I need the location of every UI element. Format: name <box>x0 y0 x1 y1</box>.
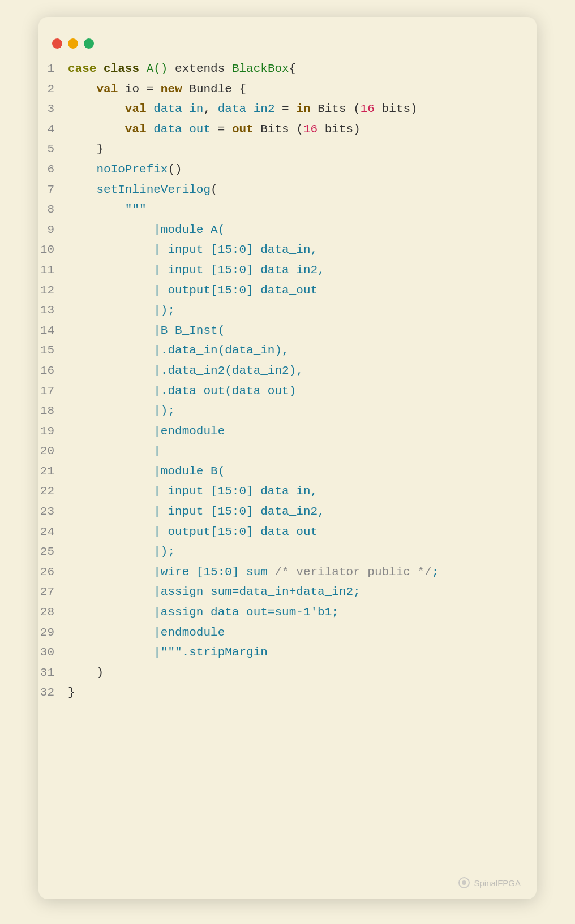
code-line: 19 |endmodule <box>38 421 537 442</box>
line-content: val data_out = out Bits (16 bits) <box>68 120 537 139</box>
line-number: 31 <box>38 663 68 683</box>
line-content: setInlineVerilog( <box>68 180 537 200</box>
code-line: 25 |); <box>38 542 537 562</box>
code-line: 29 |endmodule <box>38 623 537 643</box>
code-line: 18 |); <box>38 401 537 421</box>
line-content: |); <box>68 301 537 320</box>
line-content: |assign sum=data_in+data_in2; <box>68 582 537 602</box>
line-content: """ <box>68 200 537 219</box>
code-line: 28 |assign data_out=sum-1'b1; <box>38 602 537 623</box>
line-number: 13 <box>38 301 68 320</box>
code-line: 5 } <box>38 139 537 159</box>
line-number: 12 <box>38 281 68 300</box>
line-number: 6 <box>38 160 68 179</box>
line-number: 18 <box>38 401 68 421</box>
line-content: |wire [15:0] sum /* verilator public */; <box>68 563 537 582</box>
line-number: 7 <box>38 180 68 200</box>
line-content: | input [15:0] data_in2, <box>68 261 537 280</box>
line-content: | input [15:0] data_in2, <box>68 502 537 521</box>
code-line: 17 |.data_out(data_out) <box>38 381 537 401</box>
code-line: 12 | output[15:0] data_out <box>38 280 537 301</box>
line-content: | output[15:0] data_out <box>68 281 537 300</box>
code-line: 20 | <box>38 441 537 461</box>
line-content: noIoPrefix() <box>68 160 537 179</box>
line-number: 3 <box>38 100 68 119</box>
line-number: 19 <box>38 422 68 441</box>
code-line: 32} <box>38 683 537 703</box>
line-number: 22 <box>38 482 68 501</box>
line-number: 23 <box>38 502 68 521</box>
code-line: 9 |module A( <box>38 220 537 240</box>
line-number: 32 <box>38 683 68 702</box>
code-line: 31 ) <box>38 663 537 683</box>
code-line: 24 | output[15:0] data_out <box>38 522 537 542</box>
close-button[interactable] <box>52 38 62 49</box>
code-line: 15 |.data_in(data_in), <box>38 340 537 361</box>
watermark-text: SpinalFPGA <box>474 878 521 888</box>
line-content: |); <box>68 542 537 562</box>
code-window: 1case class A() extends BlackBox{2 val i… <box>38 17 537 899</box>
code-line: 1case class A() extends BlackBox{ <box>38 59 537 79</box>
line-number: 15 <box>38 341 68 360</box>
code-line: 16 |.data_in2(data_in2), <box>38 361 537 381</box>
code-line: 26 |wire [15:0] sum /* verilator public … <box>38 562 537 582</box>
watermark: SpinalFPGA <box>458 876 521 889</box>
code-line: 10 | input [15:0] data_in, <box>38 240 537 260</box>
code-line: 30 |""".stripMargin <box>38 642 537 663</box>
line-number: 29 <box>38 623 68 642</box>
line-number: 11 <box>38 261 68 280</box>
line-content: } <box>68 140 537 159</box>
code-line: 4 val data_out = out Bits (16 bits) <box>38 119 537 140</box>
line-number: 21 <box>38 462 68 481</box>
line-content: | <box>68 442 537 461</box>
code-line: 7 setInlineVerilog( <box>38 180 537 200</box>
line-content: | input [15:0] data_in, <box>68 482 537 501</box>
code-line: 3 val data_in, data_in2 = in Bits (16 bi… <box>38 99 537 119</box>
svg-point-1 <box>462 880 466 885</box>
spinal-fpga-icon <box>458 876 470 889</box>
code-line: 2 val io = new Bundle { <box>38 79 537 100</box>
title-bar <box>38 28 537 59</box>
line-number: 16 <box>38 361 68 381</box>
line-content: |endmodule <box>68 422 537 441</box>
code-area: 1case class A() extends BlackBox{2 val i… <box>38 59 537 703</box>
code-line: 23 | input [15:0] data_in2, <box>38 502 537 522</box>
line-content: |.data_in(data_in), <box>68 341 537 360</box>
line-number: 2 <box>38 80 68 99</box>
code-line: 6 noIoPrefix() <box>38 159 537 180</box>
code-line: 13 |); <box>38 300 537 321</box>
line-number: 1 <box>38 59 68 79</box>
code-line: 21 |module B( <box>38 461 537 482</box>
line-number: 28 <box>38 603 68 622</box>
line-content: |.data_out(data_out) <box>68 382 537 401</box>
line-content: ) <box>68 663 537 683</box>
line-number: 25 <box>38 542 68 562</box>
line-number: 27 <box>38 582 68 602</box>
line-content: |B B_Inst( <box>68 321 537 340</box>
line-content: |); <box>68 401 537 421</box>
line-number: 17 <box>38 382 68 401</box>
line-content: | output[15:0] data_out <box>68 523 537 542</box>
line-number: 26 <box>38 563 68 582</box>
code-line: 14 |B B_Inst( <box>38 321 537 341</box>
line-content: |endmodule <box>68 623 537 642</box>
line-content: val io = new Bundle { <box>68 80 537 99</box>
line-number: 24 <box>38 523 68 542</box>
line-content: |""".stripMargin <box>68 643 537 662</box>
line-content: | input [15:0] data_in, <box>68 240 537 260</box>
line-number: 8 <box>38 200 68 219</box>
line-number: 5 <box>38 140 68 159</box>
line-content: |module A( <box>68 221 537 240</box>
line-content: } <box>68 683 537 702</box>
code-line: 22 | input [15:0] data_in, <box>38 481 537 502</box>
maximize-button[interactable] <box>84 38 94 49</box>
line-number: 30 <box>38 643 68 662</box>
code-line: 8 """ <box>38 200 537 220</box>
line-number: 9 <box>38 221 68 240</box>
line-content: |.data_in2(data_in2), <box>68 361 537 381</box>
line-content: val data_in, data_in2 = in Bits (16 bits… <box>68 100 537 119</box>
line-content: case class A() extends BlackBox{ <box>68 59 537 79</box>
minimize-button[interactable] <box>68 38 78 49</box>
line-number: 4 <box>38 120 68 139</box>
code-line: 11 | input [15:0] data_in2, <box>38 260 537 280</box>
